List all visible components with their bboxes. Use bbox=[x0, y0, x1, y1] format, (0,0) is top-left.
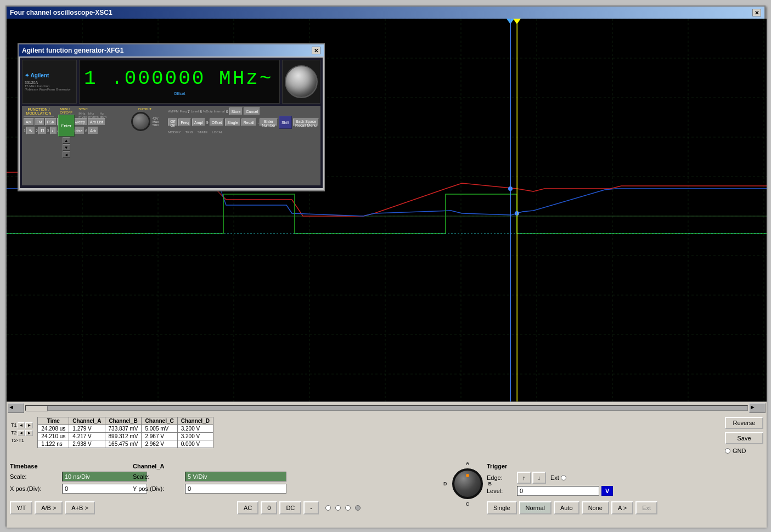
auto-btn[interactable]: Auto bbox=[554, 501, 579, 514]
channel-d-dial-label: D bbox=[443, 481, 447, 486]
t2-left-btn[interactable]: ◄ bbox=[18, 430, 25, 436]
fg-num2: 2 bbox=[36, 129, 38, 133]
ext-radio[interactable] bbox=[561, 475, 566, 480]
fg-khz-label: kHzmVrms bbox=[88, 112, 99, 118]
controls-area: T1 ◄ ► T2 ◄ ► T2-T1 Time bbox=[7, 414, 767, 528]
fg-btn-sine[interactable]: ∿ bbox=[26, 127, 35, 134]
ac-btn[interactable]: AC bbox=[237, 501, 258, 514]
trigger-section: Trigger Edge: ↑ ↓ Ext Level: V bbox=[487, 463, 613, 496]
fg-btn-shift[interactable]: Shift bbox=[279, 116, 292, 129]
fg-btn-cancel[interactable]: Cancel bbox=[244, 107, 260, 115]
a-gt-btn[interactable]: A > bbox=[611, 501, 633, 514]
fg-num0: 0 bbox=[226, 110, 228, 114]
fg-btn-recall[interactable]: Recall bbox=[241, 118, 256, 126]
zero-btn[interactable]: 0 bbox=[261, 501, 277, 514]
single-btn[interactable]: Single bbox=[487, 501, 517, 514]
fg-offset-label: Offset bbox=[84, 91, 275, 96]
channel-radios bbox=[325, 501, 361, 514]
save-btn[interactable]: Save bbox=[725, 432, 763, 444]
t2-chc: 2.967 V bbox=[142, 433, 177, 440]
edge-label: Edge: bbox=[487, 474, 517, 481]
fg-btn-fsk[interactable]: FSK bbox=[45, 118, 57, 126]
horizontal-scrollbar[interactable]: ◄ ► bbox=[7, 401, 767, 414]
scroll-right-btn[interactable]: ► bbox=[749, 403, 766, 413]
channel-a-scale-input[interactable] bbox=[185, 472, 286, 482]
apb-btn[interactable]: A+B > bbox=[65, 501, 95, 514]
t2-right-btn[interactable]: ► bbox=[25, 430, 33, 436]
t2-time: 24.210 us bbox=[38, 433, 69, 440]
col-chc: Channel_C bbox=[142, 417, 177, 425]
level-label: Level: bbox=[487, 488, 517, 494]
fg-hz-label: HzdBm bbox=[100, 112, 106, 118]
t1-chc: 5.005 mV bbox=[142, 425, 177, 433]
fg-num-dot: . bbox=[257, 121, 258, 124]
fg-close-button[interactable]: ✕ bbox=[312, 47, 320, 54]
display-mode-buttons: Y/T A/B > A+B > bbox=[10, 501, 95, 514]
radio-chd[interactable] bbox=[355, 505, 361, 511]
fg-btn-store[interactable]: Store bbox=[229, 107, 243, 115]
fg-title: Agilent function generator-XFG1 bbox=[22, 47, 123, 54]
col-chb: Channel_B bbox=[105, 417, 142, 425]
normal-btn[interactable]: Normal bbox=[519, 501, 551, 514]
trigger-falling-btn[interactable]: ↓ bbox=[532, 472, 547, 484]
fg-amfm-label: AM/FM bbox=[168, 110, 178, 113]
fg-subtitle: 15 MHz Function/Arbitrary WaveForm Gener… bbox=[25, 84, 74, 91]
fg-btn-single[interactable]: Single bbox=[225, 118, 240, 126]
main-title: Four channel oscilloscope-XSC1 bbox=[10, 9, 112, 16]
fg-btn-am[interactable]: AM bbox=[24, 118, 34, 126]
scroll-track[interactable] bbox=[25, 405, 748, 411]
dash-btn[interactable]: - bbox=[303, 501, 319, 514]
trigger-level-input[interactable] bbox=[517, 486, 599, 496]
fg-btn-enter[interactable]: Enter bbox=[58, 115, 75, 137]
fg-btn-square[interactable]: ⊓ bbox=[38, 127, 47, 134]
cursor-t2-line[interactable] bbox=[517, 19, 517, 412]
fg-btn-enternumber[interactable]: EnterNumber bbox=[260, 118, 278, 126]
fg-menu-label: MENUON/OFF bbox=[60, 107, 72, 114]
timebase-label: Timebase bbox=[10, 463, 147, 469]
fg-btn-offset[interactable]: Offset bbox=[210, 118, 224, 126]
t1-controls: T1 ◄ ► bbox=[10, 422, 34, 429]
t1-chb: 733.837 mV bbox=[105, 425, 142, 433]
ext-btn[interactable]: Ext bbox=[635, 501, 657, 514]
scroll-thumb[interactable] bbox=[26, 406, 48, 411]
right-buttons-area: Reverse Save GND bbox=[725, 417, 763, 454]
t1-right-btn[interactable]: ► bbox=[25, 422, 33, 428]
t1-label: T1 bbox=[11, 422, 17, 428]
xpos-label: X pos.(Div): bbox=[10, 485, 62, 492]
fg-down-arrow[interactable]: ▼ bbox=[63, 144, 70, 151]
ypos-input[interactable] bbox=[185, 484, 286, 494]
fg-btn-ampl[interactable]: Ampl bbox=[192, 118, 205, 126]
fg-output-knob[interactable] bbox=[131, 112, 150, 131]
cha-scale-label: Scale: bbox=[133, 473, 185, 480]
main-close-button[interactable]: ✕ bbox=[752, 9, 761, 16]
radio-chc[interactable] bbox=[345, 505, 351, 511]
dc-btn[interactable]: DC bbox=[279, 501, 301, 514]
cursor-t1-line[interactable] bbox=[510, 19, 511, 412]
channel-dial-area: A B C D bbox=[446, 462, 489, 506]
channel-select-dial[interactable] bbox=[452, 468, 483, 499]
gnd-radio[interactable] bbox=[725, 448, 730, 454]
fg-local-label: LOCAL bbox=[212, 131, 223, 134]
yt-btn[interactable]: Y/T bbox=[10, 501, 32, 514]
scroll-left-btn[interactable]: ◄ bbox=[8, 403, 24, 413]
fg-btn-freq[interactable]: Freq bbox=[178, 118, 190, 126]
t1-left-btn[interactable]: ◄ bbox=[18, 422, 25, 428]
fg-left-arrow[interactable]: ◄ bbox=[63, 151, 70, 158]
trigger-mode-buttons: Single Normal Auto None A > Ext bbox=[487, 501, 657, 514]
radio-cha[interactable] bbox=[325, 505, 331, 511]
fg-btn-backspace[interactable]: Back SpaceRecall Menu bbox=[293, 118, 319, 126]
trigger-v-btn[interactable]: V bbox=[601, 486, 613, 496]
fg-output-label: OUTPUT bbox=[138, 107, 152, 111]
fg-up-arrow[interactable]: ▲ bbox=[63, 137, 70, 144]
col-chd: Channel_D bbox=[177, 417, 213, 425]
fg-level-label: Level bbox=[191, 110, 199, 113]
reverse-btn[interactable]: Reverse bbox=[725, 417, 763, 429]
none-btn[interactable]: None bbox=[582, 501, 609, 514]
channel-a-dial-label: A bbox=[466, 461, 470, 466]
fg-modify-label: MODIFY bbox=[168, 131, 181, 134]
radio-chb[interactable] bbox=[335, 505, 341, 511]
ab-btn[interactable]: A/B > bbox=[35, 501, 63, 514]
trigger-rising-btn[interactable]: ↑ bbox=[517, 472, 531, 484]
fg-btn-fm[interactable]: FM bbox=[35, 118, 44, 126]
fg-btn-off[interactable]: OffOn bbox=[168, 118, 177, 126]
